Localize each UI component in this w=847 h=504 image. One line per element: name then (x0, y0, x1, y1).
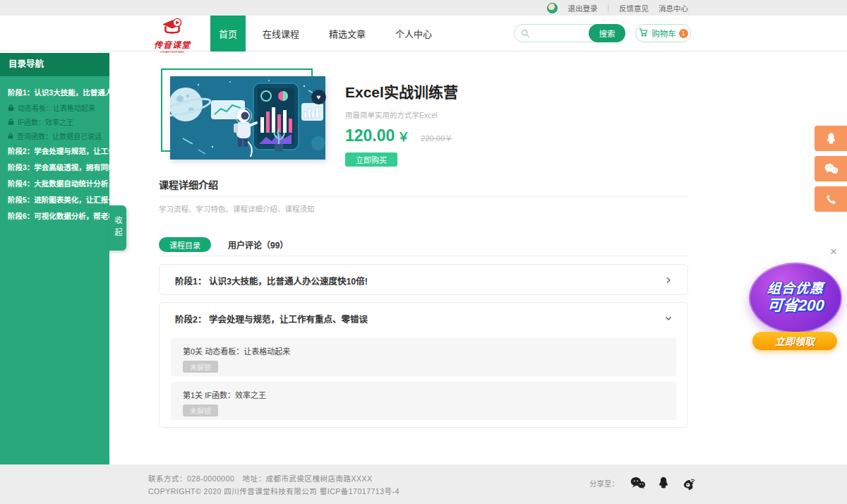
sidebar-stage-3[interactable]: 阶段3：学会高级透视，拥有同时... (0, 159, 109, 175)
detail-summary: 学习流程、学习特色、课程详细介绍、课程须知 (159, 203, 315, 214)
user-avatar[interactable] (547, 3, 558, 13)
course-subtitle: 用最简单实用的方式学Excel (345, 109, 458, 120)
lesson-locked-badge: 未解锁 (183, 404, 218, 416)
footer-contact: 联系方式：028-0000000 地址：成都市武侯区槐树店南路XXXX (148, 473, 372, 484)
sidebar-stage-4[interactable]: 阶段4：大批数据自动统计分析，... (0, 175, 109, 191)
divider (159, 196, 688, 197)
share-weibo-button[interactable] (681, 476, 697, 490)
messages-link[interactable]: 消息中心 (659, 3, 688, 13)
sidebar-stage-2[interactable]: 阶段2：学会处理与规范，让工作... (0, 143, 109, 159)
course-cover-image[interactable]: ♥ (170, 76, 325, 160)
footer: 联系方式：028-0000000 地址：成都市武侯区槐树店南路XXXX COPY… (0, 464, 847, 504)
course-price: 120.00 (345, 126, 395, 145)
footer-copyright: COPYRIGHT© 2020 四川传音课堂科技有限公司 蜀ICP备170177… (148, 486, 400, 496)
lock-icon (8, 104, 14, 112)
original-price: 220.00￥ (421, 132, 452, 143)
logo-subtitle: CHUANYINKETANG (158, 51, 186, 54)
sidebar-stage-1[interactable]: 阶段1：认识3大技能，比普通人... (0, 84, 109, 100)
chevron-down-icon (119, 89, 125, 95)
qq-icon (824, 132, 838, 145)
buy-now-button[interactable]: 立即购买 (345, 152, 397, 167)
sidebar-locked-lesson[interactable]: IF函数：效率之王 (0, 114, 109, 128)
chevron-right-icon (122, 148, 128, 154)
sidebar-stage-6[interactable]: 阶段6：可视化数据分析，帮老板... (0, 208, 109, 224)
promo-line-2: 可省200 (767, 296, 824, 314)
chevron-right-icon (122, 180, 128, 186)
search-icon (521, 29, 530, 38)
nav-item-profile[interactable]: 个人中心 (383, 16, 445, 52)
chevron-down-icon (665, 315, 672, 322)
stage-1-header[interactable]: 阶段1： 认识3大技能，比普通人办公速度快10倍! (160, 265, 687, 296)
search-input[interactable] (530, 29, 589, 37)
sidebar-stage-5[interactable]: 阶段5：进阶图表美化，让汇报一... (0, 191, 109, 208)
promo-close-button[interactable]: × (830, 246, 837, 258)
topbar-divider: | (607, 4, 609, 12)
lesson-item[interactable]: 第0关 动态看板：让表格动起来 未解锁 (171, 338, 676, 376)
catalog-sidebar: 目录导航 阶段1：认识3大技能，比普通人... 动态看板：让表格动起来 IF函数… (0, 53, 109, 464)
lesson-locked-badge: 未解锁 (183, 361, 218, 373)
nav-item-courses[interactable]: 在线课程 (250, 16, 312, 52)
phone-contact-button[interactable] (815, 186, 847, 212)
search-button[interactable]: 搜索 (589, 24, 625, 42)
sidebar-locked-lesson[interactable]: 动态看板：让表格动起来 (0, 100, 109, 114)
topbar: 退出登录 | 反馈意见 消息中心 (0, 0, 847, 16)
share-wechat-button[interactable] (630, 476, 646, 490)
wechat-icon (630, 476, 646, 490)
phone-icon (825, 193, 837, 205)
navbar: 传音课堂 CHUANYINKETANG 首页 在线课程 精选文章 个人中心 搜索… (0, 16, 847, 52)
stage-2-accordion: 阶段2： 学会处理与规范，让工作有重点、零错误 第0关 动态看板：让表格动起来 … (159, 302, 688, 428)
cart-icon (638, 27, 649, 40)
qq-icon (656, 476, 671, 490)
chevron-right-icon (665, 277, 672, 284)
promo-line-1: 组合优惠 (767, 281, 824, 296)
tab-catalog[interactable]: 课程目录 (159, 237, 211, 252)
divider (159, 256, 688, 256)
sidebar-locked-lesson[interactable]: 查询函数：让数据自己说话 (0, 128, 109, 143)
weibo-icon (681, 476, 697, 490)
share-label: 分享至： (589, 478, 619, 488)
wechat-contact-button[interactable] (815, 156, 847, 181)
contact-floaters (815, 126, 847, 212)
logo-icon (160, 26, 185, 38)
qq-contact-button[interactable] (815, 126, 847, 151)
lock-icon (8, 118, 14, 126)
heart-icon: ♥ (317, 93, 321, 101)
chevron-right-icon (122, 164, 128, 170)
promo-badge[interactable]: 组合优惠 可省200 (749, 263, 842, 333)
tab-comments[interactable]: 用户评论（99） (228, 239, 288, 251)
feedback-link[interactable]: 反馈意见 (619, 3, 649, 13)
nav-item-articles[interactable]: 精选文章 (316, 16, 378, 52)
lock-icon (8, 132, 13, 140)
sidebar-collapse-button[interactable]: 收起 (109, 205, 126, 251)
logo[interactable]: 传音课堂 CHUANYINKETANG (150, 18, 195, 54)
stage-1-accordion: 阶段1： 认识3大技能，比普通人办公速度快10倍! (159, 264, 688, 295)
page: 退出登录 | 反馈意见 消息中心 传音课堂 CHUANYINKETANG 首页 … (0, 0, 847, 504)
cart-button[interactable]: 购物车 1 (635, 24, 691, 42)
search-box: 搜索 (514, 24, 625, 42)
lesson-title: 第1关 IF函数：效率之王 (183, 389, 664, 400)
sidebar-title: 目录导航 (0, 53, 109, 76)
nav-item-home[interactable]: 首页 (210, 16, 246, 52)
chevron-right-icon (122, 196, 128, 203)
logo-title: 传音课堂 (150, 38, 195, 50)
wechat-icon (824, 162, 839, 175)
course-title: Excel实战训练营 (345, 80, 458, 102)
lesson-item[interactable]: 第1关 IF函数：效率之王 未解锁 (171, 382, 676, 420)
main-nav: 首页 在线课程 精选文章 个人中心 (210, 16, 445, 52)
cart-label: 购物车 (651, 28, 676, 39)
currency-symbol: ￥ (397, 127, 409, 145)
favorite-button[interactable]: ♥ (311, 90, 326, 104)
logout-link[interactable]: 退出登录 (567, 3, 597, 13)
promo-claim-button[interactable]: 立即领取 (752, 332, 837, 350)
course-cover-art (170, 76, 325, 160)
lesson-title: 第0关 动态看板：让表格动起来 (183, 345, 664, 356)
detail-section-title: 课程详细介绍 (159, 177, 218, 191)
stage-2-header[interactable]: 阶段2： 学会处理与规范，让工作有重点、零错误 (160, 303, 687, 334)
cart-count-badge: 1 (679, 29, 688, 38)
share-qq-button[interactable] (656, 476, 671, 490)
